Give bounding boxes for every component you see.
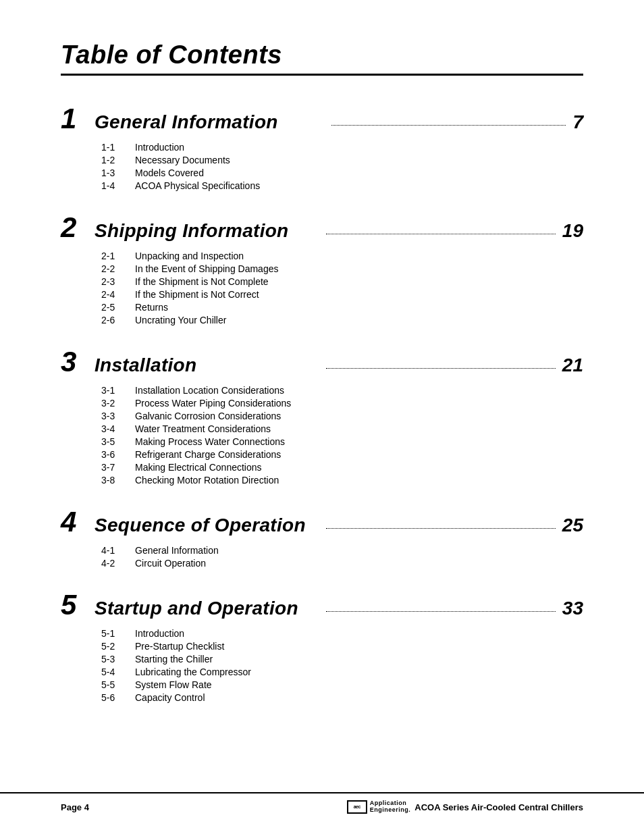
item-number: 3-4 — [101, 423, 135, 434]
item-number: 5-6 — [101, 692, 135, 703]
item-number: 2-1 — [101, 251, 135, 261]
item-number: 3-3 — [101, 411, 135, 421]
list-item: 5-4Lubricating the Compressor — [101, 667, 583, 677]
section-page-5: 33 — [562, 598, 583, 619]
list-item: 2-4If the Shipment is Not Correct — [101, 289, 583, 300]
page: Table of Contents 1General Information71… — [0, 0, 644, 834]
section-title-2: Shipping Information — [95, 220, 323, 242]
section-dots-4 — [326, 528, 555, 529]
item-label: In the Event of Shipping Damages — [135, 263, 278, 274]
item-number: 5-3 — [101, 654, 135, 664]
footer-brand: aec Application Engineering. ACOA Series… — [347, 800, 583, 814]
item-label: Water Treatment Considerations — [135, 423, 271, 434]
section-1: 1General Information71-1Introduction1-2N… — [61, 103, 583, 191]
section-header-4: 4Sequence of Operation25 — [61, 506, 583, 538]
item-label: Checking Motor Rotation Direction — [135, 475, 279, 486]
list-item: 4-2Circuit Operation — [101, 558, 583, 569]
item-label: ACOA Physical Specifications — [135, 180, 260, 191]
section-number-2: 2 — [61, 211, 88, 244]
list-item: 4-1General Information — [101, 545, 583, 556]
section-items-2: 2-1Unpacking and Inspection2-2In the Eve… — [61, 251, 583, 325]
item-number: 3-2 — [101, 398, 135, 409]
section-title-5: Startup and Operation — [95, 598, 323, 619]
item-label: Capacity Control — [135, 692, 205, 703]
item-label: Process Water Piping Considerations — [135, 398, 291, 409]
section-page-1: 7 — [572, 111, 583, 133]
list-item: 3-5Making Process Water Connections — [101, 436, 583, 447]
item-number: 5-5 — [101, 679, 135, 690]
list-item: 5-5System Flow Rate — [101, 679, 583, 690]
item-number: 2-3 — [101, 276, 135, 287]
list-item: 2-6Uncrating Your Chiller — [101, 315, 583, 325]
section-header-1: 1General Information7 — [61, 103, 583, 135]
section-4: 4Sequence of Operation254-1General Infor… — [61, 506, 583, 569]
section-header-2: 2Shipping Information19 — [61, 211, 583, 244]
section-dots-5 — [326, 611, 555, 612]
item-number: 5-1 — [101, 628, 135, 639]
title-divider — [61, 74, 583, 76]
section-5: 5Startup and Operation335-1Introduction5… — [61, 589, 583, 703]
item-number: 3-1 — [101, 385, 135, 396]
item-label: Uncrating Your Chiller — [135, 315, 226, 325]
item-label: Introduction — [135, 628, 184, 639]
item-number: 1-4 — [101, 180, 135, 191]
list-item: 2-2In the Event of Shipping Damages — [101, 263, 583, 274]
sections-container: 1General Information71-1Introduction1-2N… — [61, 103, 583, 703]
list-item: 1-3Models Covered — [101, 167, 583, 178]
section-dots-1 — [331, 125, 566, 126]
section-dots-2 — [326, 234, 555, 234]
list-item: 5-2Pre-Startup Checklist — [101, 641, 583, 652]
item-label: Making Electrical Connections — [135, 462, 262, 473]
item-label: General Information — [135, 545, 219, 556]
item-label: Returns — [135, 302, 168, 313]
list-item: 3-6Refrigerant Charge Considerations — [101, 449, 583, 460]
section-title-4: Sequence of Operation — [95, 515, 323, 536]
item-label: Making Process Water Connections — [135, 436, 285, 447]
section-dots-3 — [326, 368, 555, 369]
section-number-5: 5 — [61, 589, 88, 621]
item-number: 3-8 — [101, 475, 135, 486]
list-item: 5-1Introduction — [101, 628, 583, 639]
list-item: 3-7Making Electrical Connections — [101, 462, 583, 473]
footer: Page 4 aec Application Engineering. ACOA… — [0, 792, 644, 814]
footer-logo-bottom: Engineering. — [370, 807, 411, 814]
section-header-3: 3Installation21 — [61, 346, 583, 378]
item-label: If the Shipment is Not Complete — [135, 276, 269, 287]
item-number: 4-2 — [101, 558, 135, 569]
list-item: 1-4ACOA Physical Specifications — [101, 180, 583, 191]
section-number-4: 4 — [61, 506, 88, 538]
item-number: 4-1 — [101, 545, 135, 556]
item-number: 2-4 — [101, 289, 135, 300]
section-2: 2Shipping Information192-1Unpacking and … — [61, 211, 583, 325]
footer-page-label: Page 4 — [61, 802, 89, 812]
item-label: Galvanic Corrosion Considerations — [135, 411, 281, 421]
item-label: Refrigerant Charge Considerations — [135, 449, 281, 460]
footer-product-name: ACOA Series Air-Cooled Central Chillers — [414, 802, 583, 812]
section-title-3: Installation — [95, 355, 323, 376]
list-item: 3-4Water Treatment Considerations — [101, 423, 583, 434]
item-number: 2-2 — [101, 263, 135, 274]
item-number: 1-3 — [101, 167, 135, 178]
list-item: 2-3If the Shipment is Not Complete — [101, 276, 583, 287]
item-label: Starting the Chiller — [135, 654, 213, 664]
item-number: 5-2 — [101, 641, 135, 652]
item-number: 2-5 — [101, 302, 135, 313]
list-item: 2-5Returns — [101, 302, 583, 313]
footer-logo-text: Application Engineering. — [370, 800, 411, 814]
list-item: 3-2Process Water Piping Considerations — [101, 398, 583, 409]
item-number: 3-7 — [101, 462, 135, 473]
item-label: Circuit Operation — [135, 558, 206, 569]
section-page-2: 19 — [562, 220, 583, 242]
section-page-4: 25 — [562, 515, 583, 536]
section-items-5: 5-1Introduction5-2Pre-Startup Checklist5… — [61, 628, 583, 703]
section-header-5: 5Startup and Operation33 — [61, 589, 583, 621]
item-label: Lubricating the Compressor — [135, 667, 251, 677]
list-item: 5-6Capacity Control — [101, 692, 583, 703]
section-title-1: General Information — [95, 111, 329, 133]
list-item: 3-3Galvanic Corrosion Considerations — [101, 411, 583, 421]
item-label: Models Covered — [135, 167, 204, 178]
section-page-3: 21 — [562, 355, 583, 376]
item-number: 1-2 — [101, 155, 135, 165]
section-items-1: 1-1Introduction1-2Necessary Documents1-3… — [61, 142, 583, 191]
item-label: Introduction — [135, 142, 184, 153]
